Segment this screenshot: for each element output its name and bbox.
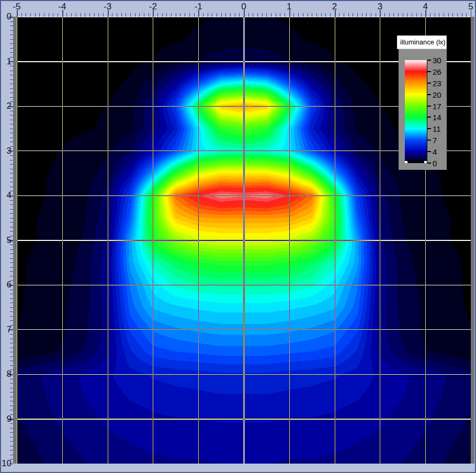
- legend-title: illuminance (lx): [397, 36, 447, 49]
- ruler-left-label: 6: [1, 280, 12, 290]
- ruler-left: 012345678910: [1, 17, 13, 464]
- ruler-top-label: 3: [378, 2, 382, 12]
- ruler-left-label: 5: [1, 235, 12, 245]
- legend-tick-mark: [427, 128, 431, 129]
- ruler-top-label: 0: [241, 2, 246, 12]
- legend-tick-mark: [427, 117, 431, 118]
- legend-tick-mark: [427, 140, 431, 141]
- ruler-left-label: 0: [1, 11, 12, 22]
- ruler-top-label: -5: [13, 2, 20, 12]
- ruler-top-label: 1: [287, 2, 291, 12]
- ruler-left-label: 7: [1, 324, 12, 334]
- ruler-left-label: 2: [1, 101, 12, 111]
- ruler-left-label: 10: [1, 458, 12, 469]
- ruler-left-label: 1: [1, 56, 12, 66]
- legend-tick-label: 20: [433, 90, 441, 99]
- legend-panel[interactable]: illuminance (lx) 30262320171411740: [397, 36, 447, 170]
- legend-tick-label: 30: [433, 56, 441, 65]
- ruler-left-label: 8: [1, 369, 12, 379]
- ruler-top-label: -1: [195, 2, 202, 12]
- legend-tick-label: 7: [433, 136, 437, 145]
- ruler-top-label: -3: [104, 2, 111, 12]
- legend-color-bar: [405, 60, 427, 163]
- ruler-top-label: -2: [149, 2, 157, 12]
- legend-tick-mark: [427, 60, 431, 61]
- legend-bar-corner-marker: [424, 161, 427, 163]
- legend-tick-mark: [427, 71, 431, 72]
- ruler-top-label: -4: [58, 2, 66, 12]
- plot-window: -5-4-3-2-1012345 012345678910 illuminanc…: [0, 0, 476, 473]
- ruler-top-label: 4: [423, 2, 427, 12]
- legend-tick-label: 17: [433, 101, 441, 110]
- legend-tick-mark: [427, 151, 431, 152]
- legend-tick-label: 0: [433, 159, 437, 168]
- legend-tick-mark: [427, 94, 431, 95]
- ruler-top: -5-4-3-2-1012345: [17, 1, 471, 17]
- ruler-top-label: 5: [468, 2, 473, 12]
- plot-inset-edge-right: [471, 17, 474, 464]
- legend-tick-mark: [427, 83, 431, 84]
- legend-tick-label: 4: [433, 147, 437, 156]
- ruler-left-label: 3: [1, 145, 12, 156]
- ruler-left-label: 4: [1, 190, 12, 201]
- legend-tick-label: 26: [433, 67, 441, 76]
- legend-tick-mark: [427, 163, 431, 164]
- plot-inset-edge-left: [13, 17, 17, 464]
- ruler-left-label: 9: [1, 413, 12, 424]
- legend-tick-label: 11: [433, 124, 441, 133]
- legend-tick-mark: [427, 106, 431, 107]
- legend-tick-label: 23: [433, 78, 441, 87]
- legend-body: 30262320171411740: [399, 49, 447, 170]
- legend-tick-label: 14: [433, 113, 441, 122]
- ruler-top-label: 2: [332, 2, 337, 12]
- legend-bar-corner-marker: [405, 161, 407, 163]
